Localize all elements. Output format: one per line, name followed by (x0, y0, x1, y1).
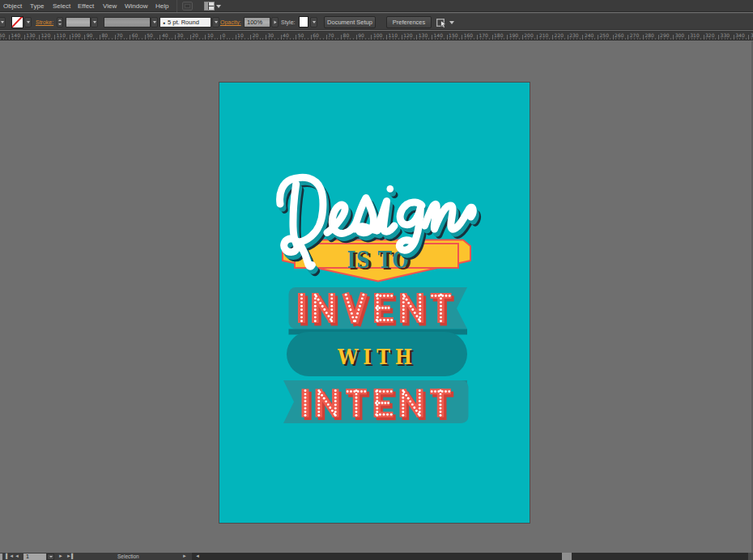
last-artboard-button[interactable]: ►▌ (66, 553, 74, 560)
menu-view[interactable]: View (103, 0, 117, 12)
svg-text:30: 30 (177, 32, 184, 38)
brush-field[interactable]: ●5 pt. Round (160, 17, 211, 28)
opacity-label[interactable]: Opacity: (220, 14, 241, 31)
prev-artboard-button[interactable]: ◄ (15, 553, 19, 560)
stepper-down-icon (58, 23, 62, 25)
select-similar-dropdown[interactable] (449, 21, 454, 24)
style-dropdown[interactable] (310, 17, 317, 28)
svg-text:280: 280 (645, 32, 654, 38)
svg-text:110: 110 (57, 32, 66, 38)
menu-object[interactable]: Object (3, 0, 22, 12)
first-artboard-button[interactable]: ▌◄ (6, 553, 14, 560)
brush-dropdown[interactable] (212, 17, 219, 28)
horizontal-ruler[interactable]: 1501401301201101009080706050403020100102… (0, 31, 753, 40)
svg-text:130: 130 (419, 32, 428, 38)
svg-text:300: 300 (675, 32, 685, 38)
dropdown-arrow-icon (215, 21, 218, 23)
stroke-weight-dropdown[interactable] (91, 17, 98, 28)
horizontal-scrollbar-thumb[interactable] (562, 553, 572, 560)
stroke-weight-field[interactable] (66, 17, 91, 28)
status-flyout-button[interactable]: ► (182, 553, 187, 560)
document-setup-button[interactable]: Document Setup (324, 16, 376, 28)
next-artboard-button[interactable]: ► (58, 553, 63, 560)
svg-text:0: 0 (223, 32, 226, 38)
menu-help[interactable]: Help (155, 0, 168, 12)
svg-text:50: 50 (147, 32, 153, 38)
svg-text:40: 40 (162, 32, 168, 38)
svg-text:270: 270 (630, 32, 640, 38)
svg-text:70: 70 (117, 32, 123, 38)
svg-text:50: 50 (298, 32, 304, 38)
style-swatch[interactable] (299, 16, 308, 28)
svg-text:80: 80 (343, 32, 350, 38)
menu-effect[interactable]: Effect (78, 0, 94, 12)
menu-window[interactable]: Window (125, 0, 147, 12)
workspace-dropdown-arrow[interactable] (216, 5, 221, 8)
artboard-number-input[interactable]: 1 (23, 554, 46, 560)
bridge-button[interactable] (182, 2, 193, 11)
opacity-field[interactable]: 100% (244, 17, 270, 28)
svg-text:230: 230 (569, 32, 579, 38)
dropdown-arrow-icon (153, 21, 156, 23)
svg-text:340: 340 (735, 32, 745, 38)
preferences-label: Preferences (393, 19, 425, 26)
stroke-label[interactable]: Stroke: (36, 14, 53, 31)
horizontal-scrollbar[interactable]: ◄ (192, 553, 753, 560)
workspace-icon-panel-bottom (209, 6, 214, 10)
document-setup-label: Document Setup (327, 19, 372, 26)
svg-text:10: 10 (207, 32, 214, 38)
workspace-icon-right-pane (209, 2, 214, 10)
dropdown-arrow-icon (27, 21, 30, 23)
workspace-switcher-icon[interactable] (204, 2, 215, 11)
svg-text:80: 80 (101, 32, 108, 38)
svg-text:200: 200 (524, 32, 534, 38)
opacity-value-text: 100% (247, 19, 262, 26)
artboard-poster[interactable]: IS TO IS TO WITH WITH (219, 83, 530, 523)
poster-with-text: WITH WITH (337, 345, 419, 371)
opacity-dropdown[interactable] (271, 17, 279, 28)
svg-text:160: 160 (464, 32, 474, 38)
svg-text:140: 140 (434, 32, 444, 38)
fill-dropdown-edge[interactable] (0, 17, 6, 28)
svg-text:260: 260 (615, 32, 624, 38)
svg-text:330: 330 (721, 32, 730, 38)
fill-dropdown-button[interactable] (24, 17, 32, 28)
svg-text:110: 110 (389, 32, 398, 38)
stepper-up-icon (58, 19, 62, 21)
brush-bullet-icon: ● (163, 20, 165, 25)
svg-text:150: 150 (449, 32, 458, 38)
svg-text:100: 100 (373, 32, 383, 38)
menu-bar: Object Type Select Effect View Window He… (0, 0, 753, 12)
scroll-right-arrow[interactable] (748, 553, 753, 560)
select-similar-graphic (436, 18, 448, 28)
artboard-number-dropdown[interactable] (47, 554, 54, 560)
svg-text:150: 150 (0, 32, 6, 38)
select-similar-icon[interactable] (436, 17, 448, 28)
scroll-left-arrow[interactable]: ◄ (195, 553, 200, 560)
svg-text:180: 180 (494, 32, 504, 38)
svg-text:20: 20 (192, 32, 198, 38)
svg-text:210: 210 (539, 32, 549, 38)
svg-text:90: 90 (87, 32, 93, 38)
svg-text:190: 190 (509, 32, 519, 38)
variable-width-dropdown[interactable] (151, 17, 158, 28)
svg-text:170: 170 (479, 32, 488, 38)
preferences-button[interactable]: Preferences (386, 16, 432, 28)
control-bar: Stroke: ●5 pt. Round Opacity: 100% Style… (0, 13, 753, 30)
menu-type[interactable]: Type (30, 0, 44, 12)
menu-select[interactable]: Select (53, 0, 70, 12)
svg-text:240: 240 (585, 32, 594, 38)
style-label: Style: (281, 14, 296, 31)
stroke-weight-stepper[interactable] (57, 17, 63, 28)
svg-text:60: 60 (132, 32, 138, 38)
variable-width-field[interactable] (104, 17, 151, 28)
svg-text:70: 70 (328, 32, 334, 38)
svg-text:90: 90 (358, 32, 364, 38)
svg-text:120: 120 (41, 32, 51, 38)
dropdown-arrow-icon (313, 21, 316, 23)
status-text: Selection (117, 553, 139, 560)
fill-swatch-none[interactable] (11, 16, 23, 28)
svg-text:100: 100 (71, 32, 81, 38)
dropdown-arrow-icon (49, 556, 53, 558)
dropdown-arrow-icon (93, 21, 96, 23)
